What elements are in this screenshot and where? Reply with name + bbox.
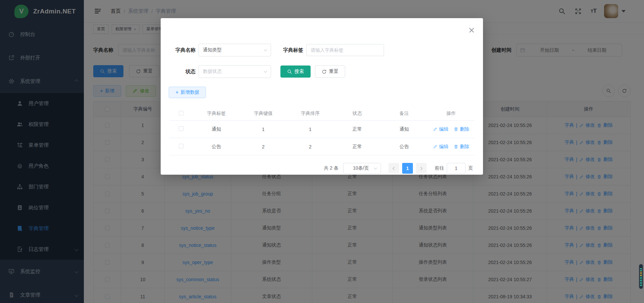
page-size-value: 10条/页 — [347, 165, 374, 171]
pagination: 共 2 条 10条/页 1 前往 页 — [161, 163, 473, 174]
chevron-down-icon — [374, 166, 377, 170]
dict-label-label: 字典标签 — [271, 47, 303, 53]
refresh-icon — [322, 69, 327, 74]
status-select[interactable]: 数据状态 — [199, 65, 271, 78]
row-delete-link[interactable]: 删除 — [460, 126, 469, 132]
table-header-row: 字典标签 字典键值 字典排序 状态 备注 操作 — [169, 107, 475, 121]
dict-label-cell: 公告 — [193, 144, 240, 150]
select-all-checkbox[interactable] — [179, 111, 183, 116]
dict-data-table: 字典标签 字典键值 字典排序 状态 备注 操作 通知 1 1 正常 通知 编辑删… — [169, 107, 475, 156]
table-row: 通知 1 1 正常 通知 编辑删除 — [169, 121, 475, 138]
chevron-left-icon — [393, 167, 396, 170]
prev-page-button[interactable] — [388, 163, 399, 174]
pencil-icon — [433, 127, 437, 131]
column-header-sort: 字典排序 — [287, 111, 334, 117]
table-row: 公告 2 2 正常 公告 编辑删除 — [169, 138, 475, 156]
close-icon[interactable] — [469, 28, 474, 33]
modal-reset-button[interactable]: 重置 — [315, 66, 345, 78]
row-edit-link[interactable]: 编辑 — [439, 144, 448, 150]
total-count: 共 2 条 — [324, 165, 338, 171]
modal-action-row: + 新增数据 — [169, 87, 483, 98]
dict-name-select[interactable]: 通知类型 — [199, 44, 271, 56]
modal-filter-row-1: 字典名称 通知类型 字典标签 — [169, 18, 483, 56]
modal-reset-label: 重置 — [329, 69, 338, 75]
scrollbar-thumb[interactable] — [639, 264, 643, 289]
page-number-button[interactable]: 1 — [402, 163, 413, 174]
row-edit-link[interactable]: 编辑 — [439, 126, 448, 132]
trash-icon — [454, 127, 458, 131]
column-header-ops: 操作 — [428, 111, 475, 117]
column-header-status: 状态 — [334, 111, 381, 117]
page-unit-label: 页 — [468, 165, 473, 171]
page-size-select[interactable]: 10条/页 — [343, 163, 381, 174]
status-label: 状态 — [169, 69, 196, 75]
search-icon — [287, 69, 292, 74]
chevron-down-icon — [264, 48, 267, 51]
plus-icon: + — [175, 89, 178, 95]
modal-filter-row-2: 状态 数据状态 搜索 重置 — [169, 65, 483, 78]
pencil-icon — [433, 144, 437, 149]
dict-sort-cell: 2 — [287, 144, 334, 149]
row-delete-link[interactable]: 删除 — [460, 144, 469, 150]
dict-name-label: 字典名称 — [169, 47, 196, 53]
modal-search-button[interactable]: 搜索 — [280, 66, 311, 78]
trash-icon — [454, 144, 458, 149]
goto-page-input[interactable] — [447, 163, 466, 174]
column-header-label: 字典标签 — [193, 111, 240, 117]
row-checkbox[interactable] — [179, 144, 183, 148]
dict-data-dialog: 字典名称 通知类型 字典标签 状态 数据状态 搜索 重置 — [161, 18, 483, 175]
dict-value-cell: 2 — [240, 144, 287, 149]
remark-cell: 通知 — [381, 126, 428, 132]
chevron-down-icon — [264, 70, 267, 73]
remark-cell: 公告 — [381, 144, 428, 150]
app-root: V ZrAdmin.NET 控制台 外部打开 系统管理 用户管理 — [0, 0, 644, 303]
column-header-value: 字典键值 — [240, 111, 287, 117]
add-data-label: 新增数据 — [180, 89, 199, 95]
status-cell: 正常 — [334, 126, 381, 132]
next-page-button[interactable] — [416, 163, 427, 174]
status-cell: 正常 — [334, 144, 381, 150]
column-header-remark: 备注 — [381, 111, 428, 117]
modal-search-label: 搜索 — [294, 69, 304, 75]
dict-label-cell: 通知 — [193, 126, 240, 132]
add-data-button[interactable]: + 新增数据 — [169, 87, 206, 98]
row-checkbox[interactable] — [179, 126, 183, 131]
goto-label: 前往 — [435, 165, 444, 171]
status-select-placeholder: 数据状态 — [203, 69, 264, 75]
dict-label-input[interactable] — [306, 44, 384, 56]
dict-name-select-value: 通知类型 — [203, 47, 264, 53]
dict-value-cell: 1 — [240, 127, 287, 132]
chevron-right-icon — [419, 167, 423, 170]
dict-sort-cell: 1 — [287, 127, 334, 132]
